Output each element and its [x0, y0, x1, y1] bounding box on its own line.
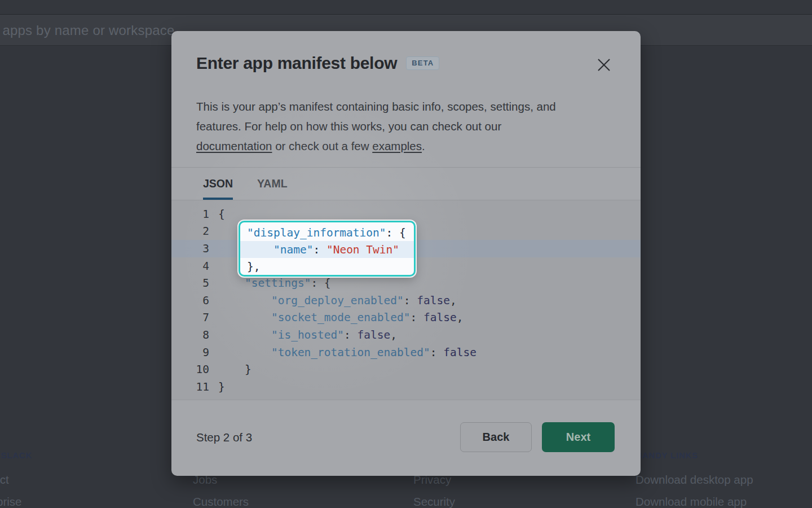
footer-column-header: USING SLACK: [0, 450, 32, 460]
code-token: [218, 346, 271, 359]
description-text: This is your app’s manifest containing b…: [196, 100, 556, 113]
documentation-link[interactable]: documentation: [196, 139, 272, 152]
examples-link[interactable]: examples: [372, 139, 422, 152]
line-number: 3: [171, 242, 209, 255]
tab-json[interactable]: JSON: [203, 168, 233, 200]
code-token: false: [358, 329, 391, 341]
line-number: 5: [171, 277, 209, 290]
line-number: 11: [171, 380, 209, 393]
line-number: 8: [171, 329, 209, 341]
description-line: features. For help on how this works, yo…: [196, 116, 614, 136]
line-number: 7: [171, 311, 209, 324]
code-token: false: [423, 311, 457, 324]
description-text: or check out a few: [272, 139, 372, 152]
code-line: 11}: [171, 378, 641, 396]
code-line: 10 }: [171, 361, 641, 378]
line-number: 1: [171, 208, 209, 221]
page: Filter apps by name or workspace USING S…: [0, 0, 812, 508]
code-token: :: [344, 329, 357, 341]
back-button[interactable]: Back: [460, 422, 532, 452]
line-number: 4: [171, 260, 209, 273]
code-token: ,: [390, 329, 397, 341]
code-token: "display_information": [247, 226, 386, 239]
code-line: 1{: [171, 205, 641, 223]
code-line: 9 "token_rotation_enabled": false: [171, 344, 641, 361]
code-token: :: [313, 243, 326, 256]
code-text: {: [218, 208, 225, 221]
code-token: "name": [273, 243, 313, 256]
code-token: "is_hosted": [271, 329, 344, 341]
description-line: This is your app’s manifest containing b…: [196, 97, 614, 116]
modal-title: Enter app manifest below: [196, 54, 397, 73]
code-text: "settings": {: [218, 277, 331, 290]
line-number: 10: [171, 363, 209, 376]
code-token: {: [218, 208, 225, 221]
code-line: 7 "socket_mode_enabled": false,: [171, 309, 641, 327]
code-token: },: [247, 260, 260, 273]
line-number: 9: [171, 346, 209, 359]
spotlight-highlight-box: "display_information": { "name": "Neon T…: [239, 221, 416, 277]
line-number: 6: [171, 294, 209, 307]
code-token: }: [218, 380, 225, 393]
code-token: }: [218, 363, 251, 376]
code-token: false: [417, 294, 450, 307]
footer-link[interactable]: Download desktop app: [636, 473, 753, 487]
close-button[interactable]: [594, 55, 614, 75]
footer-link[interactable]: Download mobile app: [636, 495, 747, 508]
code-token: "org_deploy_enabled": [271, 294, 404, 307]
code-token: ,: [457, 311, 464, 324]
code-token: [247, 243, 273, 256]
code-token: "token_rotation_enabled": [271, 346, 430, 359]
code-token: "socket_mode_enabled": [271, 311, 411, 324]
next-button[interactable]: Next: [542, 422, 615, 452]
tab-yaml[interactable]: YAML: [257, 168, 287, 200]
code-token: :: [404, 294, 417, 307]
line-number: 2: [171, 225, 209, 238]
code-token: :: [430, 346, 443, 359]
code-token: [218, 277, 245, 290]
modal-description: This is your app’s manifest containing b…: [196, 97, 614, 156]
code-text: }: [218, 363, 251, 376]
code-token: [218, 311, 271, 324]
browser-top-band: [0, 0, 812, 15]
code-token: "Neon Twin": [326, 243, 399, 256]
code-token: false: [443, 346, 476, 359]
code-token: ,: [450, 294, 457, 307]
code-text: "socket_mode_enabled": false,: [218, 311, 463, 324]
manifest-format-tabs: JSON YAML: [171, 167, 641, 200]
code-line: 8 "is_hosted": false,: [171, 326, 641, 344]
spotlight-code-line: },: [240, 258, 414, 275]
description-text: features. For help on how this works, yo…: [196, 120, 501, 133]
code-token: : {: [386, 226, 406, 239]
code-token: [218, 329, 271, 341]
footer-column-header: HANDY LINKS: [636, 450, 698, 460]
footer-link[interactable]: Customers: [193, 495, 249, 508]
code-text: }: [218, 380, 225, 393]
close-icon: [597, 58, 611, 72]
code-token: :: [410, 311, 423, 324]
code-token: [218, 294, 271, 307]
beta-badge: BETA: [406, 56, 439, 70]
footer-link[interactable]: Product: [0, 473, 9, 487]
spotlight-code-line: "display_information": {: [240, 224, 414, 241]
code-line: 5 "settings": {: [171, 274, 641, 292]
footer-link[interactable]: Security: [413, 495, 455, 508]
spotlight-code-line: "name": "Neon Twin": [240, 241, 414, 258]
code-text: "token_rotation_enabled": false: [218, 346, 476, 359]
description-line: documentation or check out a few example…: [196, 136, 614, 156]
modal-header: Enter app manifest below BETA: [196, 54, 616, 73]
code-token: "settings": [245, 277, 311, 290]
search-apps-input[interactable]: Filter apps by name or workspace: [0, 23, 175, 38]
code-line: 6 "org_deploy_enabled": false,: [171, 292, 641, 309]
description-text: .: [422, 139, 425, 152]
footer-link[interactable]: Enterprise: [0, 495, 21, 508]
code-text: "is_hosted": false,: [218, 329, 397, 341]
code-token: : {: [311, 277, 330, 290]
step-indicator: Step 2 of 3: [196, 431, 252, 444]
code-text: "org_deploy_enabled": false,: [218, 294, 457, 307]
